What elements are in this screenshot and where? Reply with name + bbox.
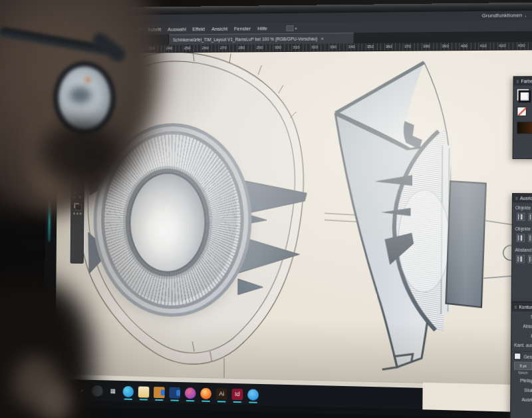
- align-panel[interactable]: ≡ Ausrichten Objekte ausrichten: Objekte…: [511, 193, 532, 304]
- fill-stroke-widget[interactable]: [73, 202, 82, 211]
- align-icon[interactable]: [517, 213, 525, 221]
- taskbar-icon[interactable]: [247, 389, 259, 400]
- stroke-swatch[interactable]: [519, 91, 531, 103]
- tool-icon[interactable]: ✦: [77, 168, 83, 174]
- panel-menu-icon[interactable]: ≡: [515, 196, 518, 200]
- running-indicator: [155, 399, 164, 400]
- tool-icon[interactable]: ⊕: [71, 194, 77, 200]
- tool-icon[interactable]: ≈: [77, 189, 83, 194]
- workspace-label: Grundfunktionen: [482, 12, 523, 19]
- row-label: Stärke:: [515, 314, 532, 319]
- space-icon[interactable]: [528, 255, 532, 263]
- row-label: Pfeilspitzen:: [514, 377, 532, 383]
- menu-item[interactable]: Fenster: [234, 25, 251, 31]
- taskbar-icon[interactable]: ▦: [107, 385, 118, 397]
- running-indicator: [217, 401, 226, 402]
- stroke-panel-row: Ausrichten:: [511, 394, 532, 407]
- panel-title: Farbe: [521, 79, 532, 83]
- ruler-number: 260: [202, 45, 220, 52]
- arrange-documents-icon[interactable]: [287, 25, 294, 31]
- distribute-icon[interactable]: [517, 234, 525, 242]
- menu-item[interactable]: Effekt: [192, 26, 205, 32]
- ruler-number: 400: [461, 43, 480, 50]
- color-spectrum-ramp[interactable]: [517, 122, 532, 134]
- taskbar-icon[interactable]: Ai: [216, 388, 227, 399]
- tool-icon[interactable]: ◯: [72, 158, 78, 163]
- ruler-number: 190: [77, 45, 95, 53]
- tool-icon[interactable]: ▷: [78, 142, 84, 148]
- workspace-switcher[interactable]: Grundfunktionen ⌄: [482, 12, 528, 19]
- running-indicator: [124, 398, 132, 399]
- stroke-swatch[interactable]: [75, 204, 82, 211]
- running-indicator: [201, 400, 210, 401]
- align-icon[interactable]: [529, 213, 532, 221]
- running-indicator: [233, 401, 241, 402]
- fill-stroke-widget[interactable]: [517, 89, 531, 103]
- ruler-number: 240: [166, 45, 184, 52]
- ruler-number: 370: [404, 43, 423, 50]
- taskbar-icon[interactable]: Id: [231, 388, 243, 399]
- ruler-number: 430: [518, 42, 532, 49]
- dashed-label: Gestrichelt: [524, 354, 532, 359]
- tool-icon[interactable]: ❖: [77, 174, 83, 179]
- tools-panel[interactable]: ►▷⌖✎╱▭◯▤✂↔▦✦◧❖✚⌕◔▣◢≈⊕⊞: [70, 138, 85, 264]
- bezel-power-led: [49, 200, 51, 242]
- dash-value-input[interactable]: 3 pt: [514, 361, 532, 370]
- tool-icon[interactable]: ⌕: [77, 178, 83, 184]
- distribute-icon[interactable]: [528, 234, 532, 242]
- ruler-number: 420: [499, 42, 518, 49]
- tool-icon[interactable]: ◧: [72, 174, 78, 179]
- panel-menu-icon[interactable]: ≡: [517, 79, 519, 83]
- photo-scene: Grundfunktionen ⌄ DateiBearbeitenObjektS…: [0, 0, 532, 418]
- tool-icon[interactable]: ▤: [77, 158, 83, 163]
- row-label: Skalieren:: [514, 387, 532, 393]
- taskbar-icon[interactable]: [154, 387, 165, 398]
- color-panel[interactable]: ≡ Farbe: [512, 75, 532, 159]
- menu-item[interactable]: Schrift: [148, 26, 162, 32]
- tool-icon[interactable]: ╱: [72, 152, 78, 158]
- row-label: Ecken:: [514, 333, 532, 338]
- space-icon[interactable]: [516, 255, 525, 263]
- menu-item[interactable]: Hilfe: [257, 25, 267, 31]
- tool-icon[interactable]: ✎: [78, 147, 84, 152]
- taskbar-icon[interactable]: [185, 387, 196, 399]
- taskbar-icon[interactable]: [169, 387, 180, 398]
- panel-menu-icon[interactable]: ≡: [515, 305, 517, 309]
- ruler-number: 210: [112, 45, 130, 53]
- tool-icon[interactable]: ↔: [77, 163, 83, 168]
- menu-item[interactable]: Datei: [80, 27, 91, 33]
- taskbar-icon[interactable]: [123, 385, 134, 397]
- tool-icon[interactable]: ✂: [72, 163, 78, 168]
- none-swatch[interactable]: [517, 106, 527, 116]
- artboard-canvas[interactable]: ►▷⌖✎╱▭◯▤✂↔▦✦◧❖✚⌕◔▣◢≈⊕⊞: [55, 50, 532, 385]
- ruler-number: 340: [348, 43, 367, 51]
- menu-item[interactable]: Bearbeiten: [97, 27, 120, 33]
- tool-icon[interactable]: ◢: [71, 189, 77, 194]
- tool-icon[interactable]: ▣: [77, 184, 83, 189]
- tool-icon[interactable]: ►: [72, 142, 78, 148]
- ruler-number: 270: [220, 45, 238, 52]
- taskbar-icon[interactable]: ⊞: [61, 384, 72, 395]
- taskbar-icon[interactable]: [200, 387, 211, 399]
- taskbar-icon[interactable]: [138, 386, 150, 397]
- draw-mode-buttons[interactable]: [71, 212, 83, 214]
- menu-item[interactable]: Ansicht: [211, 25, 227, 31]
- dashed-checkbox[interactable]: [514, 353, 521, 359]
- taskbar-icon[interactable]: ⌕: [76, 385, 87, 396]
- stroke-panel[interactable]: ≡ Kontur Stärke: Abschluss:: [509, 302, 532, 418]
- ruler-number: 290: [256, 44, 275, 51]
- taskbar-icon[interactable]: [92, 385, 102, 396]
- document-tab-inactive[interactable]: …bei 100 % (CMYK/GPU-Vorschau): [58, 35, 169, 46]
- menu-item[interactable]: Auswahl: [168, 26, 186, 32]
- ruler-number: 230: [148, 45, 166, 52]
- tool-icon[interactable]: ⌖: [72, 147, 78, 152]
- tool-icon[interactable]: ▭: [78, 152, 84, 158]
- tool-icon[interactable]: ◔: [72, 184, 78, 189]
- tool-icon[interactable]: ✚: [72, 178, 78, 184]
- tool-icon[interactable]: ▦: [72, 168, 78, 174]
- tool-icon[interactable]: ⊞: [77, 194, 83, 200]
- menu-item[interactable]: Objekt: [127, 27, 141, 33]
- panel-grip[interactable]: [72, 139, 84, 142]
- close-icon[interactable]: ×: [321, 36, 324, 42]
- ruler-number: 410: [479, 42, 499, 49]
